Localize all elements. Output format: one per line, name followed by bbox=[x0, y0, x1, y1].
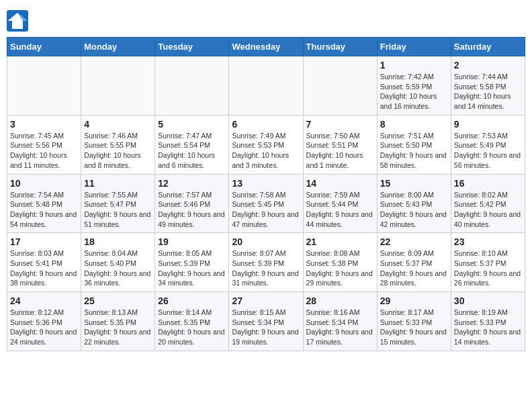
calendar-cell: 30Sunrise: 8:19 AM Sunset: 5:33 PM Dayli… bbox=[451, 292, 525, 351]
day-number: 26 bbox=[158, 295, 226, 306]
calendar-cell bbox=[303, 56, 377, 116]
weekday-header-friday: Friday bbox=[377, 38, 451, 56]
calendar-cell: 1Sunrise: 7:42 AM Sunset: 5:59 PM Daylig… bbox=[377, 56, 451, 116]
calendar-cell: 12Sunrise: 7:57 AM Sunset: 5:46 PM Dayli… bbox=[155, 174, 229, 233]
day-info: Sunrise: 7:45 AM Sunset: 5:56 PM Dayligh… bbox=[10, 131, 78, 171]
weekday-header-monday: Monday bbox=[81, 38, 155, 56]
day-info: Sunrise: 8:15 AM Sunset: 5:34 PM Dayligh… bbox=[232, 308, 300, 347]
calendar-cell: 21Sunrise: 8:08 AM Sunset: 5:38 PM Dayli… bbox=[303, 233, 377, 292]
calendar-cell bbox=[155, 56, 229, 116]
day-number: 30 bbox=[454, 295, 522, 306]
weekday-header-wednesday: Wednesday bbox=[229, 38, 303, 56]
weekday-header-sunday: Sunday bbox=[7, 38, 81, 56]
calendar-header: SundayMondayTuesdayWednesdayThursdayFrid… bbox=[7, 38, 525, 56]
day-number: 10 bbox=[10, 178, 78, 189]
day-info: Sunrise: 8:07 AM Sunset: 5:39 PM Dayligh… bbox=[232, 248, 300, 288]
calendar-body: 1Sunrise: 7:42 AM Sunset: 5:59 PM Daylig… bbox=[7, 56, 525, 351]
day-number: 16 bbox=[454, 178, 522, 189]
day-number: 25 bbox=[84, 295, 152, 306]
day-number: 23 bbox=[454, 236, 522, 247]
calendar-week-1: 1Sunrise: 7:42 AM Sunset: 5:59 PM Daylig… bbox=[7, 56, 525, 116]
calendar-cell: 4Sunrise: 7:46 AM Sunset: 5:55 PM Daylig… bbox=[81, 115, 155, 174]
day-info: Sunrise: 8:09 AM Sunset: 5:37 PM Dayligh… bbox=[380, 248, 448, 288]
calendar-table: SundayMondayTuesdayWednesdayThursdayFrid… bbox=[7, 37, 525, 351]
calendar-cell: 25Sunrise: 8:13 AM Sunset: 5:35 PM Dayli… bbox=[81, 292, 155, 351]
calendar-cell: 19Sunrise: 8:05 AM Sunset: 5:39 PM Dayli… bbox=[155, 233, 229, 292]
day-number: 15 bbox=[380, 178, 448, 189]
day-info: Sunrise: 8:16 AM Sunset: 5:34 PM Dayligh… bbox=[306, 308, 374, 347]
weekday-header-row: SundayMondayTuesdayWednesdayThursdayFrid… bbox=[7, 38, 525, 56]
day-info: Sunrise: 7:51 AM Sunset: 5:50 PM Dayligh… bbox=[380, 131, 448, 171]
day-number: 9 bbox=[454, 119, 522, 130]
day-info: Sunrise: 8:10 AM Sunset: 5:37 PM Dayligh… bbox=[454, 248, 522, 288]
day-number: 11 bbox=[84, 178, 152, 189]
day-info: Sunrise: 7:46 AM Sunset: 5:55 PM Dayligh… bbox=[84, 131, 152, 171]
calendar-cell bbox=[229, 56, 303, 116]
day-info: Sunrise: 8:14 AM Sunset: 5:35 PM Dayligh… bbox=[158, 308, 226, 347]
calendar-cell: 5Sunrise: 7:47 AM Sunset: 5:54 PM Daylig… bbox=[155, 115, 229, 174]
calendar-cell bbox=[81, 56, 155, 116]
calendar-week-4: 17Sunrise: 8:03 AM Sunset: 5:41 PM Dayli… bbox=[7, 233, 525, 292]
day-info: Sunrise: 8:03 AM Sunset: 5:41 PM Dayligh… bbox=[10, 248, 78, 288]
day-info: Sunrise: 7:59 AM Sunset: 5:44 PM Dayligh… bbox=[306, 190, 374, 230]
day-info: Sunrise: 7:57 AM Sunset: 5:46 PM Dayligh… bbox=[158, 190, 226, 230]
day-number: 14 bbox=[306, 178, 374, 189]
calendar-cell: 24Sunrise: 8:12 AM Sunset: 5:36 PM Dayli… bbox=[7, 292, 81, 351]
day-info: Sunrise: 7:58 AM Sunset: 5:45 PM Dayligh… bbox=[232, 190, 300, 230]
day-number: 3 bbox=[10, 119, 78, 130]
day-info: Sunrise: 7:44 AM Sunset: 5:58 PM Dayligh… bbox=[454, 72, 522, 111]
weekday-header-saturday: Saturday bbox=[451, 38, 525, 56]
day-info: Sunrise: 7:50 AM Sunset: 5:51 PM Dayligh… bbox=[306, 131, 374, 171]
calendar-cell: 8Sunrise: 7:51 AM Sunset: 5:50 PM Daylig… bbox=[377, 115, 451, 174]
calendar-cell: 14Sunrise: 7:59 AM Sunset: 5:44 PM Dayli… bbox=[303, 174, 377, 233]
day-number: 1 bbox=[380, 60, 448, 71]
day-info: Sunrise: 7:42 AM Sunset: 5:59 PM Dayligh… bbox=[380, 72, 448, 111]
header bbox=[7, 7, 525, 32]
day-number: 13 bbox=[232, 178, 300, 189]
day-info: Sunrise: 7:49 AM Sunset: 5:53 PM Dayligh… bbox=[232, 131, 300, 171]
calendar-week-5: 24Sunrise: 8:12 AM Sunset: 5:36 PM Dayli… bbox=[7, 292, 525, 351]
day-number: 17 bbox=[10, 236, 78, 247]
weekday-header-thursday: Thursday bbox=[303, 38, 377, 56]
day-info: Sunrise: 8:13 AM Sunset: 5:35 PM Dayligh… bbox=[84, 308, 152, 347]
calendar-cell: 3Sunrise: 7:45 AM Sunset: 5:56 PM Daylig… bbox=[7, 115, 81, 174]
calendar-cell: 7Sunrise: 7:50 AM Sunset: 5:51 PM Daylig… bbox=[303, 115, 377, 174]
calendar-cell: 27Sunrise: 8:15 AM Sunset: 5:34 PM Dayli… bbox=[229, 292, 303, 351]
day-info: Sunrise: 7:54 AM Sunset: 5:48 PM Dayligh… bbox=[10, 190, 78, 230]
day-number: 29 bbox=[380, 295, 448, 306]
calendar-week-3: 10Sunrise: 7:54 AM Sunset: 5:48 PM Dayli… bbox=[7, 174, 525, 233]
day-number: 2 bbox=[454, 60, 522, 71]
calendar-cell: 28Sunrise: 8:16 AM Sunset: 5:34 PM Dayli… bbox=[303, 292, 377, 351]
calendar-cell: 16Sunrise: 8:02 AM Sunset: 5:42 PM Dayli… bbox=[451, 174, 525, 233]
day-number: 24 bbox=[10, 295, 78, 306]
calendar-cell: 9Sunrise: 7:53 AM Sunset: 5:49 PM Daylig… bbox=[451, 115, 525, 174]
day-info: Sunrise: 8:17 AM Sunset: 5:33 PM Dayligh… bbox=[380, 308, 448, 347]
day-info: Sunrise: 7:47 AM Sunset: 5:54 PM Dayligh… bbox=[158, 131, 226, 171]
calendar-cell: 10Sunrise: 7:54 AM Sunset: 5:48 PM Dayli… bbox=[7, 174, 81, 233]
logo bbox=[7, 10, 31, 32]
day-info: Sunrise: 8:00 AM Sunset: 5:43 PM Dayligh… bbox=[380, 190, 448, 230]
day-info: Sunrise: 7:55 AM Sunset: 5:47 PM Dayligh… bbox=[84, 190, 152, 230]
day-info: Sunrise: 7:53 AM Sunset: 5:49 PM Dayligh… bbox=[454, 131, 522, 171]
calendar-cell: 17Sunrise: 8:03 AM Sunset: 5:41 PM Dayli… bbox=[7, 233, 81, 292]
calendar-cell: 22Sunrise: 8:09 AM Sunset: 5:37 PM Dayli… bbox=[377, 233, 451, 292]
day-number: 21 bbox=[306, 236, 374, 247]
calendar-cell: 11Sunrise: 7:55 AM Sunset: 5:47 PM Dayli… bbox=[81, 174, 155, 233]
day-number: 6 bbox=[232, 119, 300, 130]
day-info: Sunrise: 8:04 AM Sunset: 5:40 PM Dayligh… bbox=[84, 248, 152, 288]
day-number: 28 bbox=[306, 295, 374, 306]
calendar-cell bbox=[7, 56, 81, 116]
logo-icon bbox=[7, 10, 28, 32]
day-number: 19 bbox=[158, 236, 226, 247]
day-info: Sunrise: 8:12 AM Sunset: 5:36 PM Dayligh… bbox=[10, 308, 78, 347]
day-info: Sunrise: 8:19 AM Sunset: 5:33 PM Dayligh… bbox=[454, 308, 522, 347]
day-number: 8 bbox=[380, 119, 448, 130]
weekday-header-tuesday: Tuesday bbox=[155, 38, 229, 56]
calendar-cell: 18Sunrise: 8:04 AM Sunset: 5:40 PM Dayli… bbox=[81, 233, 155, 292]
day-info: Sunrise: 8:02 AM Sunset: 5:42 PM Dayligh… bbox=[454, 190, 522, 230]
calendar-week-2: 3Sunrise: 7:45 AM Sunset: 5:56 PM Daylig… bbox=[7, 115, 525, 174]
day-number: 5 bbox=[158, 119, 226, 130]
day-number: 22 bbox=[380, 236, 448, 247]
calendar-cell: 13Sunrise: 7:58 AM Sunset: 5:45 PM Dayli… bbox=[229, 174, 303, 233]
day-info: Sunrise: 8:05 AM Sunset: 5:39 PM Dayligh… bbox=[158, 248, 226, 288]
